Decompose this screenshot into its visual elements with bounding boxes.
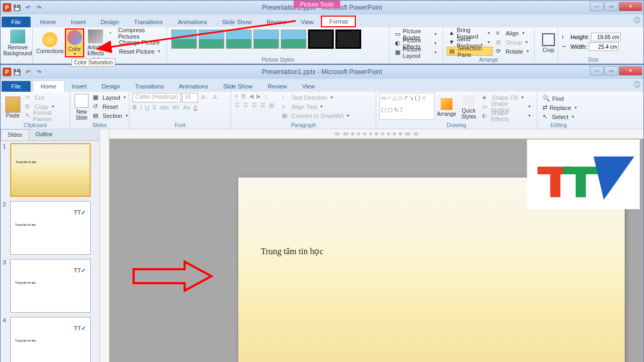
case-button[interactable]: Aa: [183, 104, 190, 110]
shapes-gallery[interactable]: ▭○△◇↗↘{ }☆⬠⬡↻⤴: [379, 93, 435, 120]
picture-styles-gallery[interactable]: [170, 28, 362, 50]
align-center-button[interactable]: ☰: [243, 102, 248, 109]
justify-button[interactable]: ☰: [260, 102, 266, 109]
minimize-button[interactable]: ─: [590, 66, 604, 76]
tab-file[interactable]: File: [2, 81, 31, 92]
selection-pane-button[interactable]: ▤Selection Pane: [447, 47, 493, 56]
thumb-item-1[interactable]: 1 Trung tâm tin học: [3, 143, 97, 197]
tab-view[interactable]: View: [294, 17, 321, 27]
tab-slideshow[interactable]: Slide Show: [216, 81, 260, 92]
save-icon[interactable]: 💾: [12, 3, 22, 12]
help-icon[interactable]: ⓘ: [634, 16, 640, 25]
close-button[interactable]: ✕: [619, 2, 642, 11]
tab-design[interactable]: Design: [93, 17, 127, 27]
close-button[interactable]: ✕: [619, 66, 642, 76]
text-direction-button[interactable]: ↕Text Direction▼: [280, 93, 352, 102]
style-thumb[interactable]: [335, 29, 361, 49]
shape-effects-button[interactable]: ◐Shape Effects▼: [480, 111, 533, 120]
align-left-button[interactable]: ☰: [235, 102, 240, 109]
decrease-indent-button[interactable]: ◀: [249, 93, 253, 100]
color-button[interactable]: Color ▼: [65, 28, 84, 57]
strike-button[interactable]: S: [152, 104, 156, 110]
undo-icon[interactable]: ↶: [23, 3, 33, 12]
change-picture-button[interactable]: ▫Change Picture: [107, 38, 163, 47]
char-spacing-button[interactable]: AV: [172, 104, 180, 110]
numbering-button[interactable]: ≣: [241, 93, 246, 100]
tab-file[interactable]: File: [2, 17, 31, 27]
width-input[interactable]: [589, 42, 619, 51]
replace-button[interactable]: ⇄Replace▼: [540, 103, 577, 112]
select-button[interactable]: ↖Select▼: [540, 112, 577, 121]
thumb-item-2[interactable]: 2 TT✓Trung tâm tin học: [3, 201, 97, 255]
paste-button[interactable]: Paste: [4, 93, 22, 122]
style-thumb[interactable]: [199, 29, 224, 49]
arrange-button[interactable]: Arrange: [436, 93, 458, 122]
style-thumb[interactable]: [308, 29, 334, 49]
reset-picture-button[interactable]: ▫Reset Picture▼: [107, 47, 163, 56]
tab-insert[interactable]: Insert: [63, 17, 93, 27]
style-thumb[interactable]: [281, 29, 306, 49]
tab-review[interactable]: Review: [260, 81, 295, 92]
tab-format[interactable]: Format: [321, 16, 356, 27]
style-thumb[interactable]: [253, 29, 279, 49]
nav-tab-slides[interactable]: Slides: [1, 129, 29, 141]
tab-slideshow[interactable]: Slide Show: [215, 17, 259, 27]
style-thumb[interactable]: [226, 29, 252, 49]
reset-button[interactable]: ↺Reset: [91, 102, 131, 111]
font-color-button[interactable]: A: [193, 104, 197, 110]
undo-icon[interactable]: ↶: [23, 67, 33, 77]
maximize-button[interactable]: ▭: [604, 66, 618, 76]
align-text-button[interactable]: ≡Align Text▼: [280, 102, 352, 111]
help-icon[interactable]: ⓘ: [634, 80, 640, 90]
cut-button[interactable]: ✂Cut: [23, 93, 67, 102]
slide-text[interactable]: Trung tâm tin học: [261, 246, 324, 256]
compress-pictures-button[interactable]: ▫Compress Pictures: [107, 28, 163, 38]
italic-button[interactable]: I: [140, 104, 142, 110]
group-button[interactable]: ⊞Group▼: [494, 38, 531, 47]
section-button[interactable]: ▤Section▼: [91, 111, 131, 120]
save-icon[interactable]: 💾: [12, 67, 22, 77]
tab-transitions[interactable]: Transitions: [127, 17, 170, 27]
height-input[interactable]: [591, 33, 621, 41]
bullets-button[interactable]: ≡: [235, 93, 238, 100]
shrink-font-icon[interactable]: A↓: [211, 93, 222, 102]
minimize-button[interactable]: ─: [590, 2, 604, 11]
corrections-button[interactable]: Corrections: [36, 28, 64, 57]
find-button[interactable]: 🔍Find: [540, 94, 577, 103]
style-thumb[interactable]: [171, 29, 197, 49]
tab-view[interactable]: View: [295, 81, 323, 92]
redo-icon[interactable]: ↷: [34, 67, 43, 77]
increase-indent-button[interactable]: ▶: [257, 93, 261, 100]
crop-button[interactable]: Crop: [538, 28, 559, 57]
tab-review[interactable]: Review: [259, 17, 294, 27]
convert-smartart-button[interactable]: ▦Convert to SmartArt▼: [280, 111, 352, 120]
tab-design[interactable]: Design: [94, 81, 128, 92]
redo-icon[interactable]: ↷: [34, 3, 43, 12]
tab-animations[interactable]: Animations: [171, 81, 215, 92]
align-right-button[interactable]: ☰: [252, 102, 257, 109]
artistic-effects-button[interactable]: Artistic Effects: [85, 28, 106, 57]
picture-layout-button[interactable]: ▦Picture Layout▼: [393, 48, 440, 57]
remove-background-button[interactable]: Remove Background: [4, 28, 32, 57]
format-painter-button[interactable]: ✎Format Painter: [23, 111, 67, 120]
grow-font-icon[interactable]: A↑: [199, 93, 210, 102]
quick-styles-button[interactable]: Quick Styles: [459, 93, 479, 122]
new-slide-button[interactable]: New Slide: [74, 93, 90, 122]
tab-animations[interactable]: Animations: [170, 17, 214, 27]
bold-button[interactable]: B: [133, 104, 137, 110]
maximize-button[interactable]: ▭: [604, 2, 618, 11]
shadow-button[interactable]: abc: [159, 104, 169, 110]
tab-home[interactable]: Home: [33, 17, 63, 27]
layout-button[interactable]: ▦Layout▼: [91, 93, 131, 102]
tab-insert[interactable]: Insert: [64, 81, 94, 92]
tab-home[interactable]: Home: [33, 80, 64, 92]
nav-tab-outline[interactable]: Outline: [29, 129, 59, 141]
tab-transitions[interactable]: Transitions: [128, 81, 171, 92]
thumb-item-4[interactable]: 4 TT✓Trung tâm tin học: [3, 317, 97, 362]
font-size-input[interactable]: 18: [182, 93, 198, 102]
rotate-button[interactable]: ⟳Rotate▼: [494, 47, 531, 56]
columns-button[interactable]: ▥: [269, 102, 274, 109]
align-button[interactable]: ≡Align▼: [494, 28, 531, 38]
thumb-item-3[interactable]: 3 TT✓Trung tâm tin học: [3, 259, 97, 313]
underline-button[interactable]: U: [145, 104, 149, 110]
